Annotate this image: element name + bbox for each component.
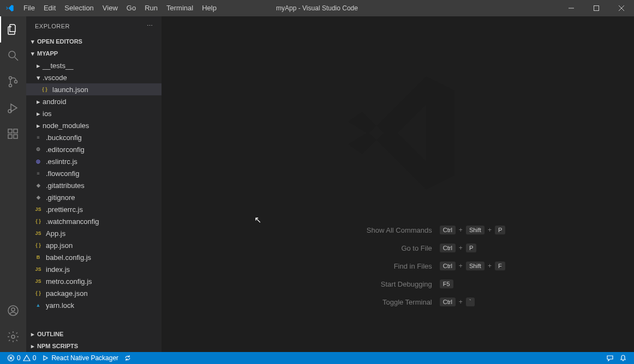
vscode-watermark-icon — [327, 62, 469, 204]
menu-help[interactable]: Help — [198, 0, 221, 16]
tree-file[interactable]: ⚙.editorconfig — [26, 143, 162, 155]
open-editors-label: OPEN EDITORS — [37, 38, 82, 45]
tree-file[interactable]: ≡.flowconfig — [26, 167, 162, 179]
tree-file[interactable]: ≡.buckconfig — [26, 131, 162, 143]
tree-file[interactable]: ▲yarn.lock — [26, 299, 162, 311]
menu-go[interactable]: Go — [122, 0, 140, 16]
status-feedback[interactable] — [603, 354, 617, 362]
status-packager[interactable]: React Native Packager — [39, 354, 121, 362]
feedback-icon — [606, 354, 614, 362]
tree-file[interactable]: JS.prettierrc.js — [26, 203, 162, 215]
activity-settings[interactable] — [0, 324, 26, 350]
tree-file[interactable]: { }launch.json — [26, 83, 162, 95]
menu-file[interactable]: File — [19, 0, 39, 16]
workbench: EXPLORER ⋯ ▾ OPEN EDITORS ▾ MYAPP ▸__tes… — [0, 16, 634, 352]
open-editors-section[interactable]: ▾ OPEN EDITORS — [26, 35, 162, 47]
svg-line-5 — [15, 57, 18, 60]
tree-file[interactable]: ◆.gitattributes — [26, 179, 162, 191]
play-icon — [41, 354, 49, 362]
shortcut-row: Find in FilesCtrl+Shift+F — [290, 262, 506, 271]
shortcut-keys: Ctrl+` — [440, 298, 475, 307]
key-p: P — [495, 226, 505, 235]
js-icon: JS — [34, 229, 43, 238]
tree-file[interactable]: JSApp.js — [26, 227, 162, 239]
close-button[interactable] — [609, 0, 634, 16]
tree-folder[interactable]: ▾.vscode — [26, 71, 162, 83]
chevron-down-icon: ▾ — [34, 74, 43, 82]
svg-rect-13 — [14, 135, 17, 138]
svg-rect-11 — [8, 129, 12, 133]
status-warnings-count: 0 — [33, 354, 37, 362]
vscode-logo — [0, 4, 19, 13]
project-section[interactable]: ▾ MYAPP — [26, 47, 162, 59]
tree-folder[interactable]: ▸ios — [26, 107, 162, 119]
tree-file[interactable]: { }app.json — [26, 239, 162, 251]
svg-marker-9 — [11, 104, 17, 112]
chevron-right-icon: ▸ — [28, 343, 37, 350]
editor-area: ↖ Show All CommandsCtrl+Shift+PGo to Fil… — [162, 16, 634, 352]
shortcut-row: Go to FileCtrl+P — [290, 244, 506, 253]
key-ctrl: Ctrl — [440, 226, 456, 235]
status-sync[interactable] — [121, 354, 134, 362]
tree-file[interactable]: { }.watchmanconfig — [26, 215, 162, 227]
key-p: P — [466, 244, 476, 253]
tree-item-label: yarn.lock — [46, 301, 74, 310]
tree-item-label: App.js — [46, 229, 65, 238]
js-icon: JS — [34, 277, 43, 286]
key-ctrl: Ctrl — [440, 298, 456, 307]
menu-bar: FileEditSelectionViewGoRunTerminalHelp — [19, 0, 221, 16]
tree-item-label: android — [43, 98, 66, 106]
menu-edit[interactable]: Edit — [39, 0, 60, 16]
svg-point-16 — [11, 308, 15, 311]
activity-explorer[interactable] — [0, 16, 26, 43]
activity-run-debug[interactable] — [0, 95, 26, 121]
chevron-down-icon: ▾ — [28, 38, 37, 45]
js-icon: JS — [34, 205, 43, 214]
yarn-icon: ▲ — [34, 301, 43, 310]
tree-item-label: .vscode — [43, 74, 67, 82]
project-label: MYAPP — [37, 50, 58, 57]
tree-file[interactable]: ◆.gitignore — [26, 191, 162, 203]
key-shift: Shift — [466, 262, 485, 271]
tree-folder[interactable]: ▸android — [26, 95, 162, 107]
menu-terminal[interactable]: Terminal — [162, 0, 198, 16]
shortcut-row: Toggle TerminalCtrl+` — [290, 298, 506, 307]
tree-item-label: .buckconfig — [46, 134, 82, 142]
shortcut-keys: Ctrl+P — [440, 244, 476, 253]
outline-section[interactable]: ▸ OUTLINE — [26, 328, 162, 340]
tree-folder[interactable]: ▸node_modules — [26, 119, 162, 131]
minimize-button[interactable] — [559, 0, 584, 16]
bell-icon — [619, 354, 627, 362]
text-icon: ≡ — [34, 169, 43, 178]
tree-folder[interactable]: ▸__tests__ — [26, 59, 162, 71]
status-bell[interactable] — [617, 354, 630, 362]
explorer-title: EXPLORER — [35, 23, 70, 29]
key-shift: Shift — [466, 226, 485, 235]
activity-source-control[interactable] — [0, 69, 26, 95]
status-problems[interactable]: 0 0 — [4, 354, 39, 362]
title-bar: FileEditSelectionViewGoRunTerminalHelp m… — [0, 0, 634, 16]
maximize-button[interactable] — [584, 0, 609, 16]
explorer-more-icon[interactable]: ⋯ — [147, 22, 153, 29]
tree-file[interactable]: { }package.json — [26, 287, 162, 299]
chevron-right-icon: ▸ — [28, 331, 37, 338]
tree-file[interactable]: Bbabel.config.js — [26, 251, 162, 263]
window-title: myApp - Visual Studio Code — [276, 4, 358, 12]
sync-icon — [124, 354, 131, 362]
tree-file[interactable]: JSindex.js — [26, 263, 162, 275]
activity-extensions[interactable] — [0, 121, 26, 147]
outline-label: OUTLINE — [37, 331, 63, 337]
menu-run[interactable]: Run — [140, 0, 162, 16]
tree-file[interactable]: JSmetro.config.js — [26, 275, 162, 287]
activity-accounts[interactable] — [0, 298, 26, 324]
npm-scripts-section[interactable]: ▸ NPM SCRIPTS — [26, 340, 162, 352]
menu-view[interactable]: View — [98, 0, 122, 16]
shortcut-row: Show All CommandsCtrl+Shift+P — [290, 226, 506, 235]
activity-search[interactable] — [0, 43, 26, 69]
menu-selection[interactable]: Selection — [60, 0, 98, 16]
shortcut-label: Find in Files — [290, 262, 432, 270]
json-icon: { } — [34, 241, 43, 250]
key-ctrl: Ctrl — [440, 262, 456, 271]
tree-item-label: ios — [43, 110, 52, 118]
tree-file[interactable]: ◎.eslintrc.js — [26, 155, 162, 167]
